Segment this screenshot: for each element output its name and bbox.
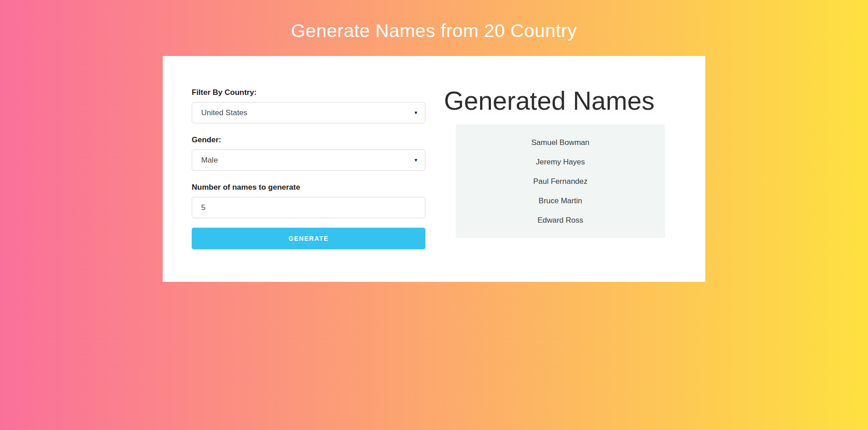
- gender-form-group: Gender: Male ▼: [192, 136, 425, 171]
- country-form-group: Filter By Country: United States ▼: [192, 88, 425, 123]
- generated-name-item: Jeremy Hayes: [456, 152, 665, 172]
- generator-form: Filter By Country: United States ▼ Gende…: [192, 88, 425, 282]
- country-select[interactable]: United States ▼: [192, 102, 425, 123]
- chevron-down-icon: ▼: [414, 111, 418, 115]
- generated-name-item: Samuel Bowman: [456, 133, 665, 152]
- country-label: Filter By Country:: [192, 88, 425, 97]
- generated-name-item: Edward Ross: [456, 210, 665, 230]
- chevron-down-icon: ▼: [414, 158, 418, 163]
- generated-name-item: Bruce Martin: [456, 191, 665, 210]
- results-section: Generated Names Samuel BowmanJeremy Haye…: [444, 56, 665, 282]
- country-select-value: United States: [201, 108, 247, 117]
- page-title: Generate Names from 20 Country: [0, 18, 868, 44]
- gender-label: Gender:: [192, 136, 425, 145]
- main-card: Filter By Country: United States ▼ Gende…: [163, 56, 705, 282]
- count-input[interactable]: [192, 197, 425, 218]
- count-form-group: Number of names to generate: [192, 183, 425, 218]
- generated-names-panel: Samuel BowmanJeremy HayesPaul FernandezB…: [456, 125, 665, 238]
- generate-button[interactable]: GENERATE: [192, 228, 425, 249]
- results-heading: Generated Names: [444, 88, 665, 114]
- gender-select-value: Male: [201, 156, 218, 165]
- generated-name-item: Paul Fernandez: [456, 172, 665, 191]
- count-label: Number of names to generate: [192, 183, 425, 192]
- gender-select[interactable]: Male ▼: [192, 150, 425, 171]
